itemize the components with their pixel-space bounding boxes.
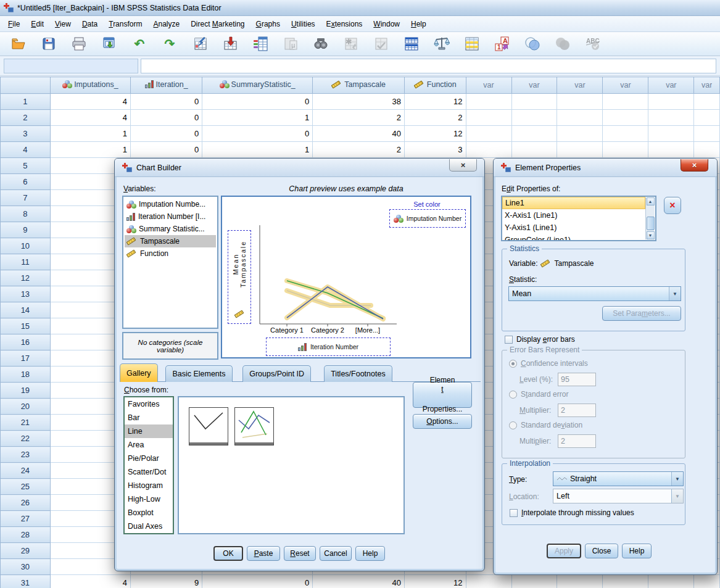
list-scrollbar[interactable]: ▲▼ — [645, 197, 655, 239]
chart-type-high-low[interactable]: High-Low — [125, 492, 173, 506]
row-header-22[interactable]: 22 — [1, 431, 51, 447]
column-header-var[interactable]: var — [511, 77, 557, 94]
tab-groups-point-id[interactable]: Groups/Point ID — [242, 365, 311, 382]
chart-type-bar[interactable]: Bar — [125, 411, 173, 424]
variable-item-iteration-number-i-[interactable]: Iteration Number [I... — [125, 210, 216, 223]
cell-r4c9[interactable] — [603, 142, 648, 158]
location-dropdown[interactable]: Left ▼ — [553, 489, 684, 503]
print-icon[interactable] — [70, 35, 88, 52]
tab-titles-footnotes[interactable]: Titles/Footnotes — [324, 365, 392, 382]
property-item-groupcolor-line1-[interactable]: GroupColor (Line1) — [502, 234, 645, 241]
display-error-bars-checkbox[interactable] — [505, 336, 513, 344]
cell-r31c11[interactable] — [694, 575, 720, 588]
cell-r1c1[interactable]: 4 — [50, 94, 130, 110]
row-header-31[interactable]: 31 — [1, 575, 51, 588]
statistic-dropdown[interactable]: Mean ▼ — [508, 286, 681, 301]
cell-r4c7[interactable] — [511, 142, 557, 158]
undo-icon[interactable]: ↶ — [131, 35, 148, 52]
variable-item-imputation-numbe-[interactable]: Imputation Numbe... — [125, 198, 216, 210]
cell-r4c8[interactable] — [557, 142, 603, 158]
chart-type-scatter-dot[interactable]: Scatter/Dot — [125, 465, 173, 479]
cell-r1c9[interactable] — [603, 94, 648, 110]
set-parameters-button[interactable]: Set Parameters... — [602, 306, 681, 321]
scroll-up-icon[interactable]: ▲ — [647, 197, 655, 205]
cell-r31c2[interactable]: 9 — [131, 575, 202, 588]
row-header-28[interactable]: 28 — [1, 527, 51, 543]
row-header-1[interactable]: 1 — [1, 94, 51, 110]
help-button[interactable]: Help — [622, 544, 652, 558]
column-header-Iteration_[interactable]: Iteration_ — [131, 77, 202, 94]
row-header-17[interactable]: 17 — [1, 350, 51, 366]
cell-r2c4[interactable]: 2 — [313, 110, 405, 126]
row-header-15[interactable]: 15 — [1, 318, 51, 334]
menu-utilities[interactable]: Utilities — [286, 17, 321, 31]
chart-type-favorites[interactable]: Favorites — [125, 397, 173, 411]
row-header-7[interactable]: 7 — [1, 190, 51, 206]
goto-variable-icon[interactable] — [221, 35, 239, 52]
cell-r1c2[interactable]: 0 — [131, 94, 202, 110]
menu-direct-marketing[interactable]: Direct Marketing — [185, 17, 250, 31]
row-header-29[interactable]: 29 — [1, 543, 51, 559]
cell-r3c9[interactable] — [603, 126, 648, 142]
cell-r4c4[interactable]: 2 — [313, 142, 405, 158]
cell-r4c6[interactable] — [466, 142, 511, 158]
cell-r31c5[interactable]: 12 — [405, 575, 466, 588]
menu-extensions[interactable]: Extensions — [321, 17, 368, 31]
property-item-y-axis1-line1-[interactable]: Y-Axis1 (Line1) — [502, 222, 645, 234]
column-header-var[interactable]: var — [557, 77, 603, 94]
insert-variable-icon[interactable] — [373, 35, 390, 52]
save-icon[interactable] — [40, 35, 57, 52]
cell-r31c3[interactable]: 0 — [202, 575, 313, 588]
variables-icon[interactable] — [252, 35, 269, 52]
select-cases-icon[interactable] — [463, 35, 481, 52]
cell-r31c4[interactable]: 40 — [313, 575, 405, 588]
column-header-Function[interactable]: Function — [405, 77, 466, 94]
cell-r4c10[interactable] — [648, 142, 694, 158]
insert-cases-icon[interactable]: ✱ — [342, 35, 360, 52]
row-header-16[interactable]: 16 — [1, 334, 51, 350]
scroll-down-icon[interactable]: ▼ — [647, 231, 655, 239]
variable-item-tampascale[interactable]: Tampascale — [125, 235, 216, 247]
cell-r1c7[interactable] — [511, 94, 557, 110]
row-header-27[interactable]: 27 — [1, 511, 51, 527]
column-header-var[interactable]: var — [466, 77, 511, 94]
interpolation-type-dropdown[interactable]: Straight ▼ — [553, 471, 684, 486]
cell-r3c10[interactable] — [648, 126, 694, 142]
row-header-10[interactable]: 10 — [1, 238, 51, 254]
redo-icon[interactable]: ↷ — [161, 35, 178, 52]
gallery-thumb-multiple-line[interactable] — [234, 407, 274, 445]
row-header-19[interactable]: 19 — [1, 383, 51, 399]
row-header-18[interactable]: 18 — [1, 366, 51, 383]
row-header-4[interactable]: 4 — [1, 142, 51, 158]
weight-cases-icon[interactable] — [433, 35, 450, 52]
color-drop-zone[interactable]: Imputation Number — [389, 209, 466, 228]
row-header-13[interactable]: 13 — [1, 286, 51, 302]
cell-r1c3[interactable]: 0 — [202, 94, 313, 110]
variable-item-summary-statistic-[interactable]: Summary Statistic... — [125, 223, 216, 235]
row-header-23[interactable]: 23 — [1, 447, 51, 463]
value-labels-icon[interactable]: A1 — [494, 35, 511, 52]
cell-r31c6[interactable] — [466, 575, 511, 588]
cell-r1c6[interactable] — [466, 94, 511, 110]
menu-analyze[interactable]: Analyze — [147, 17, 185, 31]
column-header-Tampascale[interactable]: Tampascale — [313, 77, 405, 94]
confidence-intervals-radio[interactable] — [509, 360, 517, 368]
row-header-5[interactable]: 5 — [1, 158, 51, 174]
cell-r3c4[interactable]: 40 — [313, 126, 405, 142]
chart-type-dual-axes[interactable]: Dual Axes — [125, 520, 173, 533]
chart-type-area[interactable]: Area — [125, 438, 173, 452]
grid-corner-cell[interactable] — [1, 77, 51, 94]
cell-r3c3[interactable]: 0 — [202, 126, 313, 142]
split-file-icon[interactable] — [403, 35, 420, 52]
cell-r2c6[interactable] — [466, 110, 511, 126]
cell-r2c8[interactable] — [557, 110, 603, 126]
level-input[interactable]: 95 — [558, 373, 596, 386]
remove-element-button[interactable]: × — [664, 197, 681, 214]
cell-r2c3[interactable]: 1 — [202, 110, 313, 126]
reset-button[interactable]: Reset — [284, 546, 316, 561]
chart-builder-close-icon[interactable]: × — [449, 159, 477, 172]
element-properties-close-icon[interactable]: × — [681, 159, 708, 172]
cell-r3c1[interactable]: 1 — [50, 126, 130, 142]
cell-r4c3[interactable]: 1 — [202, 142, 313, 158]
interpolate-missing-checkbox[interactable] — [510, 509, 518, 517]
